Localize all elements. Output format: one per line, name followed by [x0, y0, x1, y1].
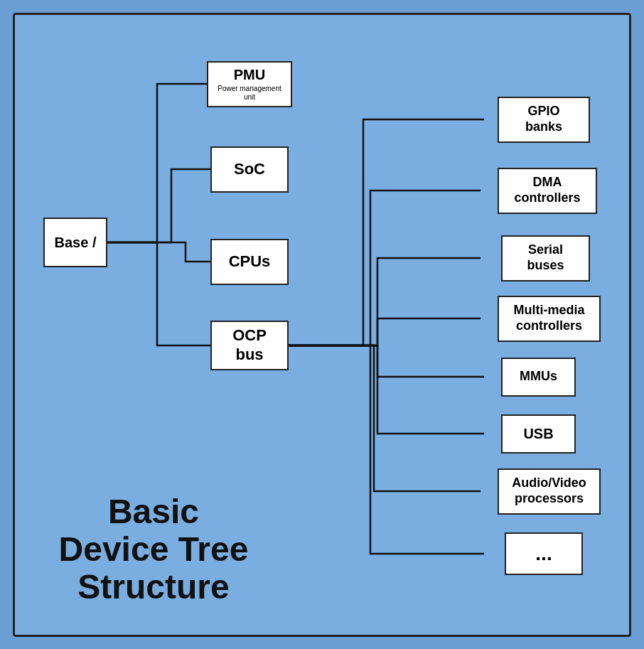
node-usb-label: USB — [523, 425, 553, 442]
node-soc: SoC — [210, 146, 289, 193]
node-cpus: CPUs — [210, 239, 289, 285]
node-pmu-sublabel: Power managementunit — [218, 85, 281, 102]
node-base-label: Base / — [55, 234, 97, 251]
node-dots: ... — [505, 532, 583, 575]
node-cpus-label: CPUs — [229, 252, 271, 271]
diagram-container: Base / PMU Power managementunit SoC CPUs… — [13, 13, 631, 637]
node-dma: DMAcontrollers — [498, 168, 597, 214]
node-pmu: PMU Power managementunit — [207, 61, 292, 107]
node-gpio: GPIObanks — [498, 97, 590, 143]
node-soc-label: SoC — [234, 160, 265, 178]
node-audio: Audio/Videoprocessors — [498, 468, 601, 515]
node-dots-label: ... — [535, 542, 552, 566]
node-usb: USB — [501, 414, 576, 454]
node-dma-label: DMAcontrollers — [514, 175, 580, 205]
diagram-title: Basic Device Tree Structure — [36, 493, 271, 606]
node-gpio-label: GPIObanks — [525, 104, 562, 134]
node-ocp-label: OCPbus — [232, 326, 267, 364]
title-line1: Basic — [108, 493, 199, 530]
node-ocp: OCPbus — [210, 321, 289, 370]
node-base: Base / — [43, 218, 107, 267]
node-pmu-label: PMU — [234, 66, 265, 83]
title-line2: Device Tree — [59, 530, 249, 568]
node-mmus: MMUs — [501, 358, 576, 397]
node-multimedia: Multi-mediacontrollers — [498, 296, 601, 342]
node-mmus-label: MMUs — [520, 369, 557, 385]
node-audio-label: Audio/Videoprocessors — [512, 476, 586, 506]
node-multimedia-label: Multi-mediacontrollers — [513, 303, 584, 333]
node-serial: Serialbuses — [501, 235, 590, 281]
node-serial-label: Serialbuses — [527, 242, 564, 273]
title-line3: Structure — [77, 568, 229, 606]
